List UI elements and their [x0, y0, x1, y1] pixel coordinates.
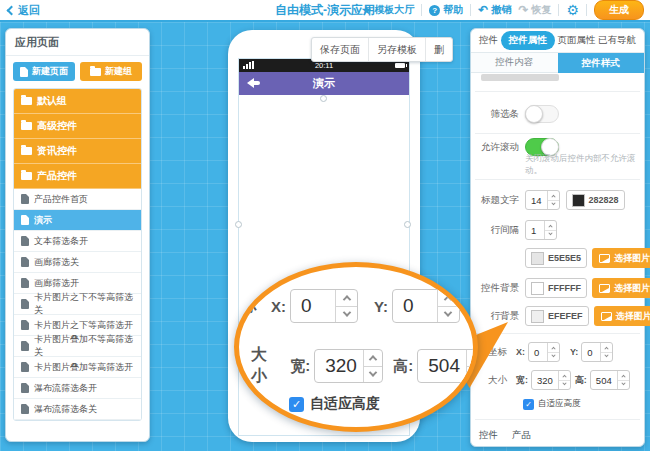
sidebar-group-default[interactable]: 默认组 [14, 89, 141, 114]
title-color-picker[interactable]: 282828 [566, 190, 625, 210]
stepper-up[interactable] [548, 191, 559, 200]
sidebar-page-item[interactable]: 卡片图片叠加等高筛选开 [14, 357, 141, 378]
sidebar-group-advanced[interactable]: 高级控件 [14, 114, 141, 139]
callout-x-stepper[interactable] [335, 290, 357, 322]
resize-handle-top[interactable] [320, 95, 327, 102]
sidebar-group-news[interactable]: 资讯控件 [14, 139, 141, 164]
picture-icon [601, 312, 612, 321]
sidebar-page-item[interactable]: 瀑布流筛选条关 [14, 399, 141, 420]
control-bg-picker[interactable]: FFFFFF [525, 278, 587, 298]
file-icon [21, 383, 29, 393]
tab-existing-nav[interactable]: 已有导航 [598, 34, 636, 47]
callout-width-stepper[interactable] [363, 350, 382, 382]
battery-icon [395, 63, 405, 68]
undo-button[interactable]: ↶ 撤销 [478, 3, 511, 17]
stepper-up[interactable] [618, 371, 629, 380]
scroll-note-row: 关闭滚动后控件内部不允许滚动。 [479, 159, 636, 171]
tab-control[interactable]: 控件 [479, 34, 498, 47]
title-size-stepper[interactable] [547, 191, 559, 209]
width-label: 宽: [516, 374, 528, 387]
stepper-up[interactable] [559, 371, 570, 380]
stepper-down[interactable] [548, 200, 559, 210]
width-stepper[interactable] [558, 371, 570, 389]
width-input[interactable]: 320 [531, 370, 571, 390]
choose-image-button[interactable]: 选择图片 [594, 306, 650, 326]
subtab-control-content[interactable]: 控件内容 [471, 53, 558, 73]
height-stepper[interactable] [617, 371, 629, 389]
breadcrumb-product[interactable]: 产品 [512, 429, 531, 442]
filter-bar-toggle[interactable] [525, 105, 559, 123]
new-page-button[interactable]: 新建页面 [13, 62, 75, 81]
callout-size-row: 大小 宽: 320 高: 504 [251, 345, 478, 387]
properties-body: 筛选条 允许滚动 关闭滚动后控件内部不允许滚动。 标题文字 14 [471, 73, 644, 446]
stepper-down[interactable] [618, 380, 629, 390]
delete-button[interactable]: 删 [425, 38, 452, 61]
callout-width-input[interactable]: 320 [314, 349, 383, 383]
folder-icon [90, 68, 101, 76]
callout-y-input[interactable]: 0 [392, 289, 460, 323]
title-size-input[interactable]: 14 [525, 190, 560, 210]
x-stepper[interactable] [547, 343, 559, 361]
sidebar-group-product[interactable]: 产品控件 [14, 164, 141, 189]
star-icon: ★ [361, 5, 371, 16]
divider [475, 91, 640, 92]
sidebar-page-item[interactable]: 瀑布流筛选条开 [14, 378, 141, 399]
resize-handle-right[interactable] [404, 221, 411, 228]
height-input[interactable]: 504 [590, 370, 630, 390]
autoheight-checkbox[interactable] [523, 399, 534, 410]
stepper-up[interactable] [336, 290, 357, 306]
y-input[interactable]: 0 [581, 342, 613, 362]
stepper-up[interactable] [601, 343, 612, 352]
tab-page-properties[interactable]: 页面属性 [557, 34, 595, 47]
help-icon: ? [429, 5, 440, 16]
stepper-down[interactable] [601, 352, 612, 362]
choose-image-button[interactable]: 选择图片 [592, 278, 650, 298]
callout-autoheight-checkbox[interactable] [289, 397, 304, 412]
stepper-down[interactable] [438, 306, 459, 323]
y-stepper[interactable] [600, 343, 612, 361]
resize-handle-left[interactable] [235, 221, 242, 228]
separator [470, 4, 471, 16]
sidebar-page-item[interactable]: 画廊筛选关 [14, 252, 141, 273]
stepper-down[interactable] [545, 230, 556, 240]
tab-control-properties[interactable]: 控件属性 [501, 31, 555, 50]
breadcrumb-control[interactable]: 控件 [479, 429, 498, 442]
stepper-up[interactable] [364, 350, 382, 366]
sidebar-page-item[interactable]: 卡片图片之下不等高筛选关 [14, 294, 141, 315]
sidebar-page-item[interactable]: 文本筛选条开 [14, 231, 141, 252]
topbar-actions: ★ 模板大厅 ? 帮助 ↶ 撤销 ↷ 恢复 ⚙ 生成 [361, 0, 644, 20]
new-group-button[interactable]: 新建组 [80, 62, 142, 81]
help-button[interactable]: ? 帮助 [429, 3, 463, 17]
generate-button[interactable]: 生成 [594, 0, 644, 20]
stepper-down[interactable] [336, 306, 357, 323]
row-gap-input[interactable]: 1 [525, 220, 557, 240]
template-hall-button[interactable]: ★ 模板大厅 [361, 3, 414, 17]
sidebar-page-product-home[interactable]: 产品控件首页 [14, 189, 141, 210]
row-gap-stepper[interactable] [544, 221, 556, 239]
redo-button[interactable]: ↷ 恢复 [518, 3, 551, 17]
nav-back-arrow-icon[interactable] [247, 78, 261, 88]
stepper-down[interactable] [548, 352, 559, 362]
save-page-button[interactable]: 保存页面 [312, 38, 368, 61]
x-input[interactable]: 0 [528, 342, 560, 362]
bg-color-picker[interactable]: E5E5E5 [525, 248, 587, 268]
callout-autoheight-row: 自适应高度 [289, 395, 380, 413]
control-breadcrumb: 控件 产品 [479, 425, 636, 445]
sidebar-page-item[interactable]: 卡片图片叠加不等高筛选关 [14, 336, 141, 357]
callout-height-input[interactable]: 504 [417, 349, 478, 383]
stepper-up[interactable] [545, 221, 556, 230]
save-as-template-button[interactable]: 另存模板 [368, 38, 425, 61]
file-icon [20, 67, 28, 77]
row-bg-picker[interactable]: EFEFEF [525, 306, 589, 326]
callout-x-input[interactable]: 0 [290, 289, 358, 323]
row-bg-row: 行背景 EFEFEF 选择图片 [479, 305, 636, 327]
gear-icon[interactable]: ⚙ [566, 3, 579, 17]
app-root: 返回 自由模式-演示应用 ★ 模板大厅 ? 帮助 ↶ 撤销 ↷ 恢复 ⚙ [0, 0, 650, 451]
stepper-down[interactable] [559, 380, 570, 390]
stepper-down[interactable] [364, 366, 382, 383]
stepper-up[interactable] [548, 343, 559, 352]
subtab-control-style[interactable]: 控件样式 [558, 53, 645, 73]
choose-image-button[interactable]: 选择图片 [592, 248, 650, 268]
sidebar-page-demo-selected[interactable]: 演示 [14, 210, 141, 231]
page-toolbar: 保存页面 另存模板 删 [311, 37, 453, 62]
